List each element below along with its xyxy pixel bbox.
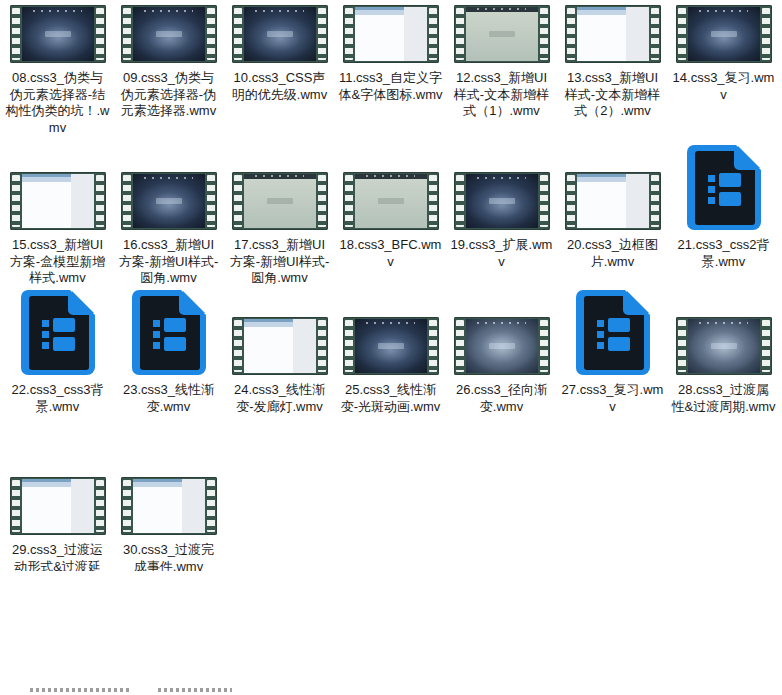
file-item[interactable]: 15.css3_新增UI方案-盒模型新增样式.wmv	[2, 142, 113, 287]
thumbnail-detail	[477, 8, 526, 10]
filmstrip-icon	[121, 5, 217, 63]
file-item[interactable]: 14.css3_复习.wmv	[668, 5, 779, 136]
file-name: 11.css3_自定义字体&字体图标.wmv	[339, 70, 443, 103]
file-item[interactable]: 21.css3_css2背景.wmv	[668, 142, 779, 287]
file-item[interactable]: 28.css3_过渡属性&过渡周期.wmv	[668, 287, 779, 415]
video-thumbnail-preview	[466, 319, 538, 373]
filmstrip-icon	[121, 172, 217, 230]
thumbnail-detail	[144, 177, 193, 179]
clipped-text-fragment	[30, 688, 132, 692]
file-item[interactable]: 22.css3_css3背景.wmv	[2, 287, 113, 415]
thumbnail-watermark	[489, 343, 515, 349]
video-file-icon	[575, 289, 651, 375]
video-thumbnail-preview	[133, 7, 205, 61]
thumbnail-detail	[255, 10, 304, 12]
file-item[interactable]: 11.css3_自定义字体&字体图标.wmv	[335, 5, 446, 136]
file-item[interactable]: 18.css3_BFC.wmv	[335, 142, 446, 287]
file-name: 28.css3_过渡属性&过渡周期.wmv	[672, 382, 776, 415]
file-icon-area	[232, 287, 328, 375]
file-icon-area	[686, 142, 762, 230]
file-item[interactable]: 19.css3_扩展.wmv	[446, 142, 557, 287]
file-item[interactable]: 08.css3_伪类与伪元素选择器-结构性伪类的坑！.wmv	[2, 5, 113, 136]
file-item[interactable]: 24.css3_线性渐变-发廊灯.wmv	[224, 287, 335, 415]
video-thumbnail-preview	[22, 479, 94, 533]
video-thumbnail-preview	[244, 319, 316, 373]
file-item[interactable]: 16.css3_新增UI方案-新增UI样式-圆角.wmv	[113, 142, 224, 287]
file-name: 26.css3_径向渐变.wmv	[450, 382, 554, 415]
file-name: 18.css3_BFC.wmv	[339, 237, 443, 270]
video-thumbnail-preview	[466, 7, 538, 61]
file-item[interactable]: 17.css3_新增UI方案-新增UI样式-圆角.wmv	[224, 142, 335, 287]
file-name: 22.css3_css3背景.wmv	[6, 382, 110, 415]
file-icon-area	[676, 287, 772, 375]
thumbnail-detail	[366, 175, 415, 177]
filmstrip-icon	[232, 317, 328, 375]
filmstrip-icon	[565, 5, 661, 63]
file-icon-area	[121, 5, 217, 63]
file-name: 30.css3_过渡完成事件.wmv	[117, 542, 221, 571]
file-icon-area	[232, 142, 328, 230]
video-thumbnail-preview	[577, 174, 649, 228]
file-icon-area	[565, 142, 661, 230]
filmstrip-icon	[10, 172, 106, 230]
thumbnail-watermark	[156, 31, 182, 37]
file-name: 10.css3_CSS声明的优先级.wmv	[228, 70, 332, 103]
file-item[interactable]: 29.css3_过渡运动形式&过渡延	[2, 477, 113, 571]
thumbnail-watermark	[711, 31, 737, 37]
thumbnail-detail	[477, 322, 526, 324]
file-item[interactable]: 13.css3_新增UI样式-文本新增样式（2）.wmv	[557, 5, 668, 136]
file-name: 20.css3_边框图片.wmv	[561, 237, 665, 270]
filmstrip-icon	[10, 477, 106, 535]
video-thumbnail-preview	[133, 174, 205, 228]
filmstrip-icon	[343, 317, 439, 375]
thumbnail-watermark	[45, 31, 71, 37]
filmstrip-icon	[343, 5, 439, 63]
file-icon-area	[10, 5, 106, 63]
file-item[interactable]: 20.css3_边框图片.wmv	[557, 142, 668, 287]
file-icon-area	[676, 5, 772, 63]
file-icon-area	[343, 287, 439, 375]
file-name: 23.css3_线性渐变.wmv	[117, 382, 221, 415]
file-name: 27.css3_复习.wmv	[561, 382, 665, 415]
thumbnail-watermark	[489, 198, 515, 204]
file-name: 15.css3_新增UI方案-盒模型新增样式.wmv	[6, 237, 110, 287]
file-icon-area	[131, 287, 207, 375]
filmstrip-icon	[232, 172, 328, 230]
video-thumbnail-preview	[688, 7, 760, 61]
thumbnail-watermark	[156, 198, 182, 204]
video-thumbnail-preview	[355, 319, 427, 373]
file-item[interactable]: 30.css3_过渡完成事件.wmv	[113, 477, 224, 571]
file-item[interactable]: 23.css3_线性渐变.wmv	[113, 287, 224, 415]
icon-grid-row: 29.css3_过渡运动形式&过渡延 30.css3_过渡完成事件.wmv	[2, 477, 782, 571]
video-thumbnail-preview	[577, 7, 649, 61]
thumbnail-watermark	[711, 343, 737, 349]
file-icon-area	[343, 142, 439, 230]
thumbnail-detail	[144, 10, 193, 12]
filmstrip-icon	[232, 5, 328, 63]
thumbnail-detail	[33, 10, 82, 12]
file-icon-area	[343, 5, 439, 63]
filmstrip-icon	[565, 172, 661, 230]
video-thumbnail-preview	[355, 174, 427, 228]
file-item[interactable]: 10.css3_CSS声明的优先级.wmv	[224, 5, 335, 136]
file-item[interactable]: 26.css3_径向渐变.wmv	[446, 287, 557, 415]
file-item[interactable]: 12.css3_新增UI样式-文本新增样式（1）.wmv	[446, 5, 557, 136]
file-item[interactable]: 25.css3_线性渐变-光斑动画.wmv	[335, 287, 446, 415]
file-name: 13.css3_新增UI样式-文本新增样式（2）.wmv	[561, 70, 665, 120]
filmstrip-icon	[454, 5, 550, 63]
file-name: 25.css3_线性渐变-光斑动画.wmv	[339, 382, 443, 415]
file-icon-area	[121, 477, 217, 535]
file-item[interactable]: 27.css3_复习.wmv	[557, 287, 668, 415]
icon-grid-row: 08.css3_伪类与伪元素选择器-结构性伪类的坑！.wmv 09.css3_伪…	[2, 5, 782, 136]
file-item[interactable]: 09.css3_伪类与伪元素选择器-伪元素选择器.wmv	[113, 5, 224, 136]
file-name: 08.css3_伪类与伪元素选择器-结构性伪类的坑！.wmv	[6, 70, 110, 136]
video-file-icon	[131, 289, 207, 375]
thumbnail-detail	[699, 322, 748, 324]
filmstrip-icon	[454, 172, 550, 230]
file-icon-area	[10, 477, 106, 535]
icon-grid-row: 22.css3_css3背景.wmv 23.css3_线性渐变.wmv	[2, 287, 782, 415]
file-name: 17.css3_新增UI方案-新增UI样式-圆角.wmv	[228, 237, 332, 287]
video-thumbnail-preview	[22, 174, 94, 228]
file-icon-area	[121, 142, 217, 230]
video-thumbnail-preview	[355, 7, 427, 61]
